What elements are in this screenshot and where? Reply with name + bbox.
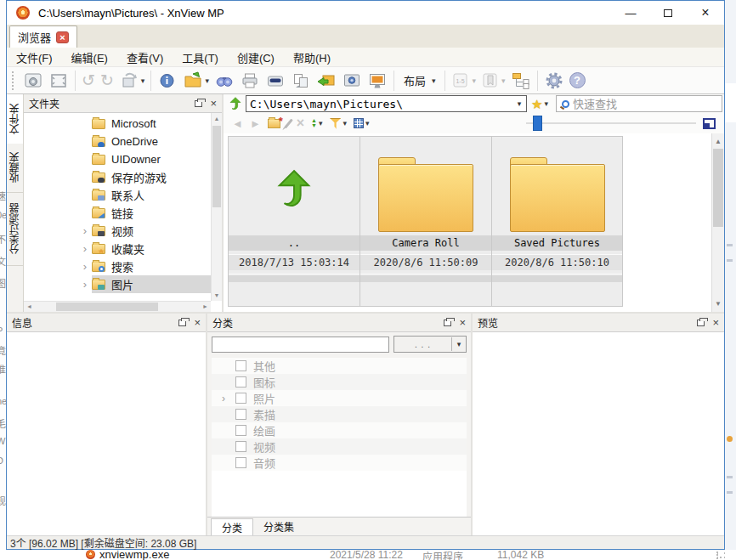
chevron-down-icon[interactable]: ▾ <box>512 99 526 108</box>
category-item-other[interactable]: › 其他 <box>212 358 467 374</box>
toolbar-drag-handle[interactable] <box>12 71 15 90</box>
chevron-right-icon[interactable]: › <box>222 393 235 404</box>
folder-tree-button[interactable] <box>508 69 534 92</box>
slider-track[interactable] <box>526 122 696 124</box>
tree-item-pictures[interactable]: › 图片 <box>24 275 211 293</box>
category-item-icons[interactable]: › 图标 <box>212 374 467 390</box>
viewer-button[interactable] <box>20 69 46 92</box>
scroll-down-icon[interactable]: ▼ <box>212 290 222 301</box>
side-tab-folders[interactable]: 文件夹 <box>7 94 23 144</box>
capture-button[interactable] <box>339 69 365 92</box>
scroll-up-icon[interactable]: ▲ <box>712 135 724 148</box>
tree-item-search[interactable]: › 搜索 <box>24 257 211 275</box>
tree-item-saved-games[interactable]: › 保存的游戏 <box>24 168 211 186</box>
menu-edit[interactable]: 编辑(E) <box>62 49 117 65</box>
close-icon[interactable]: × <box>459 317 466 328</box>
filter-button[interactable]: ▾ <box>326 114 351 133</box>
undock-icon[interactable] <box>444 320 451 326</box>
tab-categories[interactable]: 分类 <box>211 518 253 536</box>
checkbox[interactable] <box>235 360 246 371</box>
tree-item-onedrive[interactable]: › OneDrive <box>24 133 211 150</box>
browser-item-saved-pictures[interactable]: Saved Pictures 2020/8/6 11:50:10 <box>491 136 623 307</box>
batch-button[interactable]: 1-5 ▾ <box>449 69 478 92</box>
find-button[interactable] <box>212 69 237 92</box>
tab-category-sets[interactable]: 分类集 <box>253 518 304 535</box>
rotate-right-button[interactable]: ↻ <box>98 69 116 92</box>
maximize-button[interactable] <box>649 1 687 25</box>
rotate-left-button[interactable]: ↺ <box>79 69 98 92</box>
go-up-button[interactable] <box>225 95 246 112</box>
chevron-right-icon[interactable]: › <box>78 278 92 291</box>
menu-create[interactable]: 创建(C) <box>228 49 284 65</box>
thumbnail-size-icon[interactable] <box>703 118 716 129</box>
close-icon[interactable]: × <box>712 317 719 328</box>
layout-button[interactable]: 布局 ▾ <box>398 70 442 92</box>
close-icon[interactable]: × <box>194 317 201 328</box>
checkbox[interactable] <box>235 409 246 420</box>
transform-button[interactable]: ▾ <box>116 69 148 92</box>
tab-browser[interactable]: 浏览器 × <box>9 25 77 48</box>
chevron-right-icon[interactable]: › <box>78 224 92 237</box>
print-button[interactable] <box>237 69 263 92</box>
menu-help[interactable]: 帮助(H) <box>284 49 340 65</box>
chevron-right-icon[interactable]: › <box>78 242 92 255</box>
favorites-button[interactable]: ★ ▾ <box>527 95 552 112</box>
category-item-sketch[interactable]: › 素描 <box>212 406 467 422</box>
quick-search-box[interactable] <box>556 95 722 112</box>
side-tab-category-filter[interactable]: 分类过滤器 <box>7 193 23 266</box>
side-tab-favorites[interactable]: 收藏夹 <box>7 144 23 193</box>
category-item-video[interactable]: › 视频 <box>212 438 467 455</box>
tree-item-favorites[interactable]: › 收藏夹 <box>24 240 211 257</box>
browser-item-camera-roll[interactable]: Camera Roll 2020/8/6 11:50:09 <box>360 136 491 307</box>
tree-item-links[interactable]: › 链接 <box>24 204 211 222</box>
settings-button[interactable] <box>541 69 567 92</box>
help-button[interactable]: ? <box>567 69 588 92</box>
menu-tools[interactable]: 工具(T) <box>173 49 228 65</box>
browser-vertical-scrollbar[interactable]: ▲ ▼ <box>711 133 724 312</box>
edit-button[interactable] <box>284 114 293 133</box>
tree-item-videos[interactable]: › 视频 <box>24 222 211 240</box>
forward-button[interactable]: ► <box>246 114 264 133</box>
thumbnail-size-slider[interactable] <box>526 116 696 131</box>
back-button[interactable]: ◄ <box>229 114 246 133</box>
scroll-right-icon[interactable]: ► <box>200 302 211 312</box>
convert-button[interactable] <box>288 69 314 92</box>
undock-icon[interactable] <box>178 320 186 326</box>
delete-button[interactable]: × <box>293 114 308 133</box>
view-mode-button[interactable]: ▾ <box>350 114 373 133</box>
checkbox[interactable] <box>235 376 246 387</box>
export-button[interactable] <box>314 69 339 92</box>
info-button[interactable] <box>155 69 180 92</box>
browser-item-parent[interactable]: .. 2018/7/13 15:03:14 <box>228 136 360 307</box>
close-icon[interactable]: × <box>210 98 217 109</box>
slideshow-button[interactable] <box>365 69 390 92</box>
checkbox[interactable] <box>235 457 246 468</box>
new-folder-button[interactable]: * <box>264 114 284 133</box>
category-item-painting[interactable]: › 绘画 <box>212 422 467 438</box>
category-item-photos[interactable]: › 照片 <box>212 390 467 406</box>
scan-button[interactable] <box>263 69 288 92</box>
minimize-button[interactable]: — <box>612 1 649 25</box>
scroll-down-icon[interactable]: ▼ <box>712 297 724 310</box>
tab-close-icon[interactable]: × <box>56 31 69 43</box>
category-item-audio[interactable]: › 音频 <box>212 455 467 471</box>
scrollbar-thumb[interactable] <box>713 149 723 227</box>
checkbox[interactable] <box>235 393 246 404</box>
undock-icon[interactable] <box>195 100 202 107</box>
bookmark-button[interactable]: ▾ <box>478 69 508 92</box>
scroll-left-icon[interactable]: ◄ <box>24 302 35 312</box>
tree-item-microsoft[interactable]: › Microsoft <box>24 115 211 133</box>
scroll-up-icon[interactable]: ▲ <box>212 113 222 124</box>
tree-item-contacts[interactable]: › 联系人 <box>24 186 211 204</box>
scrollbar-thumb[interactable] <box>212 126 221 207</box>
checkbox[interactable] <box>235 441 246 452</box>
title-bar[interactable]: C:\Users\mayn\Pictures\ - XnView MP — × <box>7 1 724 25</box>
fullscreen-button[interactable] <box>46 69 71 92</box>
search-input[interactable] <box>573 98 722 110</box>
sort-button[interactable]: ▲▼ ▾ <box>308 114 326 133</box>
open-with-button[interactable]: ▾ <box>180 69 212 92</box>
menu-view[interactable]: 查看(V) <box>117 49 173 65</box>
category-filter-input[interactable] <box>212 337 389 353</box>
menu-file[interactable]: 文件(F) <box>7 49 62 65</box>
tree-vertical-scrollbar[interactable]: ▲ ▼ <box>211 113 222 301</box>
